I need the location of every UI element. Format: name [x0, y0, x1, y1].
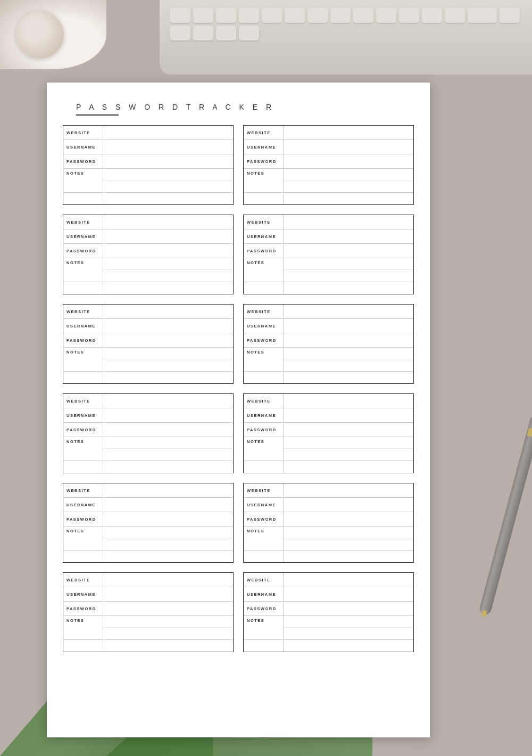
notes-line-2[interactable]	[284, 538, 413, 550]
password-input[interactable]	[103, 333, 233, 347]
notes-lines[interactable]	[284, 616, 413, 639]
username-input[interactable]	[284, 229, 413, 243]
notes-line-2[interactable]	[284, 180, 413, 192]
notes-label: NOTES	[244, 616, 284, 639]
website-label: WEBSITE	[244, 126, 284, 139]
notes-lines[interactable]	[284, 169, 413, 192]
notes-lines[interactable]	[284, 258, 413, 282]
notes-line-2[interactable]	[103, 628, 233, 639]
notes-section: NOTES	[244, 616, 413, 640]
bottom-empty	[63, 372, 233, 383]
password-row: PASSWORD	[244, 602, 413, 616]
notes-section: NOTES	[244, 348, 413, 372]
website-input[interactable]	[284, 126, 413, 139]
notes-line-1[interactable]	[284, 258, 413, 270]
notes-line-2[interactable]	[103, 359, 233, 371]
website-row: WEBSITE	[244, 573, 413, 587]
notes-lines[interactable]	[103, 258, 233, 282]
notes-line-2[interactable]	[284, 449, 413, 461]
notes-line-2[interactable]	[103, 449, 233, 461]
username-input[interactable]	[284, 408, 413, 422]
username-row: USERNAME	[244, 319, 413, 333]
notes-lines[interactable]	[284, 348, 413, 371]
username-label: USERNAME	[63, 319, 103, 333]
paper-document: P A S S W O R D T R A C K E R WEBSITE US…	[47, 83, 430, 737]
notes-line-2[interactable]	[284, 628, 413, 639]
username-input[interactable]	[103, 140, 233, 154]
website-row: WEBSITE	[63, 394, 233, 408]
password-input[interactable]	[284, 423, 413, 437]
website-input[interactable]	[103, 305, 233, 318]
password-input[interactable]	[284, 244, 413, 258]
entry-block-4-1: WEBSITE USERNAME PASSWORD NOTES	[63, 393, 234, 473]
website-row: WEBSITE	[63, 305, 233, 319]
username-input[interactable]	[103, 319, 233, 333]
website-input[interactable]	[103, 573, 233, 587]
notes-lines[interactable]	[284, 527, 413, 550]
notes-line-1[interactable]	[103, 348, 233, 359]
password-input[interactable]	[284, 512, 413, 526]
notes-lines[interactable]	[103, 437, 233, 461]
blocks-row-3: WEBSITE USERNAME PASSWORD NOTES	[63, 304, 414, 384]
notes-line-2[interactable]	[284, 270, 413, 282]
username-label: USERNAME	[63, 498, 103, 512]
coffee-cup-decoration	[0, 0, 106, 69]
website-input[interactable]	[284, 483, 413, 497]
notes-lines[interactable]	[284, 437, 413, 461]
bottom-label-cell	[244, 193, 284, 204]
notes-line-1[interactable]	[103, 258, 233, 270]
username-input[interactable]	[103, 408, 233, 422]
username-input[interactable]	[284, 140, 413, 154]
username-input[interactable]	[103, 229, 233, 243]
username-input[interactable]	[103, 587, 233, 601]
notes-line-1[interactable]	[284, 169, 413, 180]
notes-line-2[interactable]	[103, 538, 233, 550]
notes-line-1[interactable]	[103, 437, 233, 449]
notes-line-1[interactable]	[103, 616, 233, 628]
notes-line-2[interactable]	[103, 270, 233, 282]
password-input[interactable]	[103, 512, 233, 526]
website-input[interactable]	[284, 573, 413, 587]
username-input[interactable]	[284, 319, 413, 333]
notes-line-1[interactable]	[284, 348, 413, 359]
password-input[interactable]	[103, 423, 233, 437]
website-input[interactable]	[103, 483, 233, 497]
notes-line-1[interactable]	[284, 437, 413, 449]
username-label: USERNAME	[244, 408, 284, 422]
website-label: WEBSITE	[244, 483, 284, 497]
website-input[interactable]	[103, 394, 233, 408]
password-input[interactable]	[103, 244, 233, 258]
password-input[interactable]	[103, 602, 233, 615]
notes-line-1[interactable]	[284, 616, 413, 628]
entry-block-6-1: WEBSITE USERNAME PASSWORD NOTES	[63, 572, 234, 652]
website-input[interactable]	[103, 126, 233, 139]
notes-lines[interactable]	[103, 348, 233, 371]
notes-line-1[interactable]	[284, 527, 413, 538]
password-label: PASSWORD	[244, 423, 284, 437]
notes-line-1[interactable]	[103, 527, 233, 538]
website-row: WEBSITE	[244, 394, 413, 408]
notes-section: NOTES	[63, 527, 233, 550]
notes-lines[interactable]	[103, 616, 233, 639]
website-input[interactable]	[103, 215, 233, 229]
website-input[interactable]	[284, 215, 413, 229]
bottom-value-cell	[284, 193, 413, 204]
notes-line-1[interactable]	[103, 169, 233, 180]
notes-lines[interactable]	[103, 527, 233, 550]
password-input[interactable]	[284, 333, 413, 347]
password-input[interactable]	[284, 602, 413, 615]
bottom-empty	[244, 193, 413, 204]
username-input[interactable]	[284, 587, 413, 601]
username-input[interactable]	[284, 498, 413, 512]
password-label: PASSWORD	[244, 602, 284, 615]
website-input[interactable]	[284, 394, 413, 408]
notes-line-2[interactable]	[284, 359, 413, 371]
password-row: PASSWORD	[244, 244, 413, 258]
notes-line-2[interactable]	[103, 180, 233, 192]
notes-lines[interactable]	[103, 169, 233, 192]
password-input[interactable]	[284, 154, 413, 168]
website-input[interactable]	[284, 305, 413, 318]
username-input[interactable]	[103, 498, 233, 512]
bottom-value-cell	[103, 372, 233, 383]
password-input[interactable]	[103, 154, 233, 168]
